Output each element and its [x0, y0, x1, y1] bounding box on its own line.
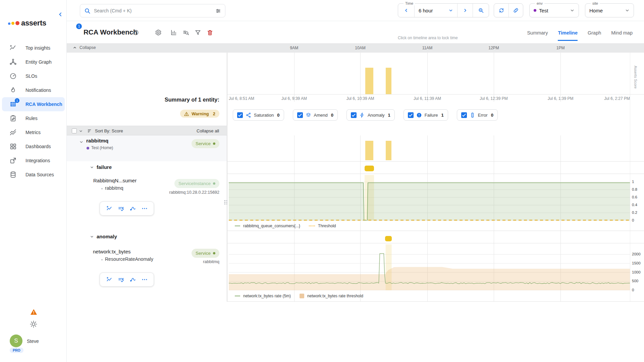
help-icon[interactable] — [133, 29, 139, 36]
filter-count: 0 — [491, 113, 493, 118]
env-dot — [534, 9, 536, 12]
env-select[interactable]: env Test — [529, 3, 579, 17]
assertions-list-icon[interactable] — [118, 205, 124, 212]
env-scope-dot — [87, 147, 89, 149]
queue-consumers-chart[interactable] — [229, 174, 630, 221]
delete-trash-icon[interactable] — [207, 29, 213, 36]
entity-row-rabbitmq[interactable]: rabbitmq Test (Home) Service — [67, 135, 227, 161]
sidebar-item-top-insights[interactable]: Top insights — [0, 41, 67, 55]
checkbox-checked-icon[interactable] — [237, 112, 243, 118]
collapse-panel-button[interactable]: Collapse — [73, 45, 96, 50]
insights-action-icon[interactable] — [106, 276, 113, 283]
checkbox-checked-icon[interactable] — [461, 112, 467, 118]
entity-timeline-bars[interactable] — [229, 140, 630, 161]
site-select[interactable]: site Home — [585, 3, 634, 17]
refresh-button[interactable] — [494, 4, 508, 17]
plan-badge: PRO — [10, 348, 23, 353]
filter-amend[interactable]: Amend 0 — [293, 109, 338, 121]
tab-timeline[interactable]: Timeline — [558, 30, 578, 41]
sidebar-item-entity-graph[interactable]: Entity Graph — [0, 55, 67, 69]
legend-series[interactable]: network:tx_bytes rate (5m) — [235, 294, 291, 298]
logo-dot-red — [15, 21, 19, 25]
tx-bytes-chart[interactable] — [229, 244, 630, 290]
assertion-name[interactable]: RabbitmqN...sumer — [93, 178, 137, 183]
timeline-region[interactable]: Asserts Score Jul 6, 8:51 AMJul 6, 9:39 … — [227, 53, 644, 302]
sidebar-item-integrations[interactable]: Integrations — [0, 154, 67, 168]
insights-action-icon[interactable] — [106, 205, 113, 212]
filter-saturation[interactable]: Saturation 0 — [233, 109, 284, 121]
tab-summary[interactable]: Summary — [527, 30, 548, 41]
filter-anomaly[interactable]: Anomaly 1 — [346, 109, 395, 121]
search-logs-icon[interactable] — [182, 29, 189, 36]
asserts-score-strip[interactable] — [229, 53, 630, 94]
queue-consumers-yaxis: 10.80.60.40.20 — [632, 174, 644, 221]
sort-by-label[interactable]: Sort By: Score — [95, 128, 123, 133]
legend-threshold[interactable]: network:tx_bytes rate threshold — [300, 294, 363, 298]
bar-chart-icon[interactable] — [170, 29, 177, 36]
chevron-down-icon[interactable] — [90, 165, 94, 169]
collapse-all-button[interactable]: Collapse all — [197, 128, 219, 133]
service-instance-chip: ServiceInstance — [174, 179, 219, 188]
warning-event-bar[interactable] — [386, 68, 391, 94]
assertion-event-marker[interactable] — [385, 236, 392, 241]
search-input[interactable] — [94, 8, 215, 13]
chevron-down-icon[interactable] — [79, 129, 83, 133]
settings-gear-icon[interactable] — [155, 29, 162, 36]
metric-curve-icon[interactable] — [129, 205, 136, 212]
time-range-select[interactable]: 6 hour — [414, 4, 457, 17]
time-forward-button[interactable] — [457, 4, 473, 17]
warning-event-bar[interactable] — [386, 141, 391, 160]
filter-error[interactable]: Error 0 — [457, 109, 498, 121]
hour-tick-label: 10AM — [355, 46, 365, 50]
legend-threshold[interactable]: Threshold — [309, 224, 336, 228]
ytick-label: 1500 — [632, 261, 641, 265]
sort-icon[interactable] — [87, 128, 92, 133]
share-link-button[interactable] — [508, 4, 523, 17]
sidebar-item-rca-workbench[interactable]: 1 RCA Workbench — [2, 97, 65, 111]
hour-tick-label: 9AM — [290, 46, 299, 50]
time-back-button[interactable] — [398, 4, 414, 17]
chevron-down-icon — [570, 8, 575, 13]
filter-failure[interactable]: Failure 1 — [404, 109, 448, 121]
warning-triangle-icon[interactable] — [30, 309, 37, 315]
entity-name[interactable]: rabbitmq — [86, 138, 108, 144]
more-actions-icon[interactable] — [141, 205, 148, 212]
assertions-list-icon[interactable] — [118, 276, 124, 283]
topbar: Time 6 hour env — [67, 0, 644, 21]
tab-mind-map[interactable]: Mind map — [611, 30, 633, 41]
search-options-icon[interactable] — [215, 8, 221, 14]
search-box[interactable] — [80, 4, 225, 17]
more-actions-icon[interactable] — [141, 276, 148, 283]
sidebar-item-data-sources[interactable]: Data Sources — [0, 168, 67, 182]
sidebar-collapse-icon[interactable] — [57, 11, 64, 18]
chevron-down-icon[interactable] — [79, 140, 84, 144]
zoom-out-time-button[interactable] — [473, 4, 489, 17]
sidebar-item-metrics[interactable]: Metrics — [0, 125, 67, 139]
sidebar: asserts Top insights Entity Graph SLOs N… — [0, 0, 67, 362]
legend-series[interactable]: rabbitmq_queue_consumers{...} — [235, 224, 300, 228]
select-all-checkbox[interactable] — [72, 128, 77, 133]
assertion-event-marker[interactable] — [365, 166, 374, 171]
chevron-down-icon[interactable] — [90, 235, 94, 239]
assertion-name[interactable]: network:tx_bytes — [93, 249, 131, 254]
checkbox-checked-icon[interactable] — [297, 112, 303, 118]
warning-event-bar[interactable] — [365, 68, 373, 94]
time-range-control: Time 6 hour — [398, 3, 489, 17]
avatar[interactable]: S — [10, 335, 22, 347]
entity-graph-icon — [9, 58, 17, 66]
filter-funnel-icon[interactable] — [195, 29, 201, 36]
sidebar-item-rules[interactable]: Rules — [0, 111, 67, 125]
sidebar-item-notifications[interactable]: Notifications — [0, 83, 67, 97]
plot-right-edge — [630, 53, 630, 302]
metric-curve-icon[interactable] — [129, 276, 136, 283]
sidebar-item-slos[interactable]: SLOs — [0, 69, 67, 83]
warning-count-chip[interactable]: Warning 2 — [180, 110, 219, 118]
warning-event-bar[interactable] — [365, 141, 373, 160]
brightness-icon[interactable] — [30, 320, 38, 328]
tab-graph[interactable]: Graph — [588, 30, 601, 41]
sidebar-item-dashboards[interactable]: Dashboards — [0, 139, 67, 154]
flame-icon — [9, 86, 17, 94]
checkbox-checked-icon[interactable] — [351, 112, 357, 118]
sidebar-item-label: Metrics — [25, 130, 41, 135]
checkbox-checked-icon[interactable] — [408, 112, 414, 118]
